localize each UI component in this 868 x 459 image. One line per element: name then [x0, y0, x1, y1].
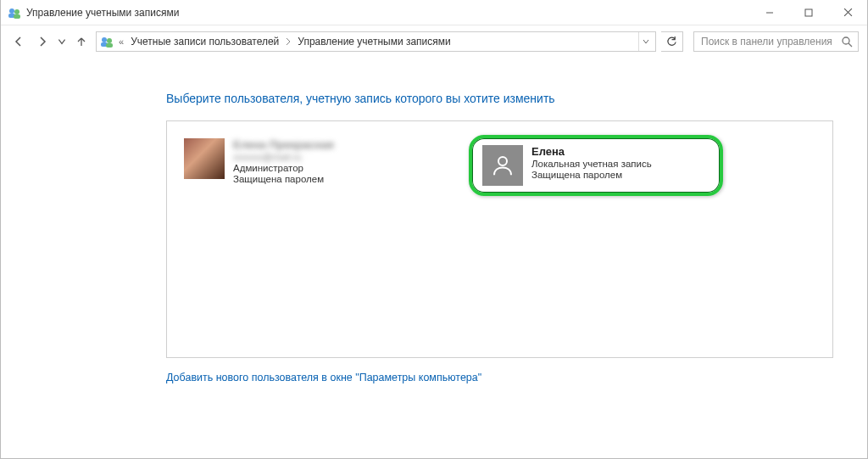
breadcrumb-segment-2[interactable]: Управление учетными записями: [296, 36, 452, 48]
main-content: Выберите пользователя, учетную запись ко…: [166, 85, 833, 428]
search-icon: [841, 36, 853, 48]
chevron-right-icon[interactable]: [284, 37, 292, 46]
user-account-type: Локальная учетная запись: [531, 159, 652, 169]
breadcrumb-overflow[interactable]: «: [117, 36, 125, 47]
user-card[interactable]: Елена Локальная учетная запись Защищена …: [469, 135, 723, 196]
user-protection: Защищена паролем: [233, 174, 334, 184]
user-accounts-icon: [100, 35, 114, 48]
user-protection: Защищена паролем: [531, 170, 652, 180]
titlebar: Управление учетными записями: [1, 0, 867, 25]
user-email: xxxxxx@mail.ru: [233, 152, 334, 162]
avatar: [482, 145, 523, 186]
nav-row: « Учетные записи пользователей Управлени…: [1, 25, 867, 58]
add-user-link[interactable]: Добавить нового пользователя в окне "Пар…: [166, 372, 481, 383]
search-input[interactable]: [699, 35, 841, 48]
window-title: Управление учетными записями: [26, 7, 750, 19]
back-button[interactable]: [9, 32, 28, 51]
svg-point-1: [14, 9, 19, 14]
recent-dropdown-icon[interactable]: [57, 32, 67, 51]
svg-point-9: [107, 38, 112, 43]
svg-point-14: [498, 157, 507, 165]
user-list-pane: Елена Прекрасная xxxxxx@mail.ru Админист…: [166, 120, 833, 358]
close-button[interactable]: [828, 0, 867, 25]
address-dropdown[interactable]: [638, 32, 652, 51]
control-panel-window: Управление учетными записями: [0, 0, 868, 459]
user-name: Елена: [531, 145, 652, 158]
maximize-button[interactable]: [789, 0, 828, 25]
minimize-button[interactable]: [750, 0, 789, 25]
svg-rect-3: [14, 14, 20, 19]
svg-point-8: [102, 37, 107, 42]
search-box[interactable]: [693, 31, 859, 52]
user-accounts-icon: [8, 6, 21, 20]
forward-button[interactable]: [33, 32, 52, 51]
window-controls: [750, 0, 867, 25]
svg-line-13: [849, 43, 852, 47]
refresh-button[interactable]: [661, 31, 683, 52]
user-name: Елена Прекрасная: [233, 138, 334, 151]
svg-rect-5: [805, 9, 812, 16]
page-heading: Выберите пользователя, учетную запись ко…: [166, 92, 833, 105]
avatar: [184, 138, 225, 179]
up-button[interactable]: [72, 32, 91, 51]
breadcrumb-segment-1[interactable]: Учетные записи пользователей: [129, 36, 281, 48]
address-bar[interactable]: « Учетные записи пользователей Управлени…: [96, 31, 656, 52]
user-info: Елена Локальная учетная запись Защищена …: [531, 145, 652, 180]
user-card[interactable]: Елена Прекрасная xxxxxx@mail.ru Админист…: [181, 135, 435, 188]
svg-point-0: [9, 8, 14, 14]
svg-rect-11: [106, 43, 113, 48]
user-role: Администратор: [233, 163, 334, 173]
user-info: Елена Прекрасная xxxxxx@mail.ru Админист…: [233, 138, 334, 184]
svg-point-12: [843, 37, 849, 44]
